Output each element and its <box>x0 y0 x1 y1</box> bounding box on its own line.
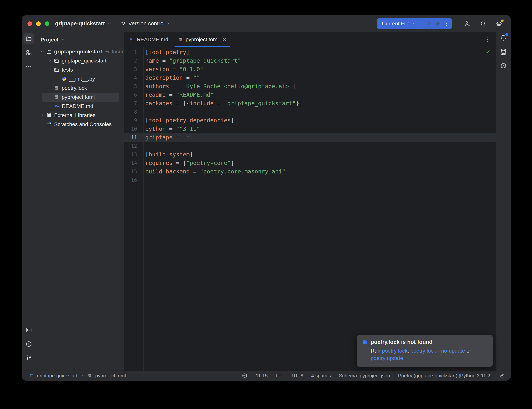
code-text: [tool.poetry] <box>144 49 190 56</box>
divider <box>421 21 422 27</box>
debug-icon[interactable] <box>435 21 441 27</box>
tree-item-external-libraries[interactable]: External Libraries <box>36 111 124 120</box>
tree-item-label: griptape_quickstart <box>62 58 107 64</box>
line-number: 7 <box>124 100 144 106</box>
run-configuration-widget[interactable]: Current File <box>377 18 452 29</box>
code-text: authors = ["Kyle Roche <hello@griptape.a… <box>144 83 296 90</box>
code-line-13[interactable]: 13[build-system] <box>124 150 496 159</box>
status-file-encoding[interactable]: UTF-8 <box>289 373 303 379</box>
traffic-lights <box>28 21 49 26</box>
code-line-4[interactable]: 4description = "" <box>124 74 496 82</box>
search-icon[interactable] <box>480 20 486 27</box>
code-line-9[interactable]: 9[tool.poetry.dependencies] <box>124 116 496 125</box>
toolwindow-ai-assistant-button[interactable] <box>498 61 509 71</box>
minimize-button[interactable] <box>36 21 41 26</box>
ide-window: griptape-quickstart Version control Curr… <box>22 15 511 381</box>
toolwindow-problems-button[interactable] <box>23 339 34 349</box>
code-line-5[interactable]: 5authors = ["Kyle Roche <hello@griptape.… <box>124 82 496 91</box>
tree-item-label: tests <box>62 67 73 73</box>
toolwindow-project-folder-button[interactable] <box>23 33 34 44</box>
svg-text:[T]: [T] <box>88 375 91 377</box>
chevron-right-icon[interactable] <box>46 58 53 63</box>
project-panel-header[interactable]: Project <box>36 32 124 47</box>
status-interpreter[interactable]: Poetry (griptape-quickstart) [Python 3.1… <box>398 373 492 379</box>
toolwindow-version-control-button[interactable] <box>23 353 34 363</box>
toml-file-icon: [T] <box>178 37 183 42</box>
code-line-8[interactable]: 8 <box>124 108 496 116</box>
tree-item-readme-md[interactable]: MREADME.md <box>36 102 124 111</box>
status-json-schema[interactable]: Schema: pyproject.json <box>339 373 390 379</box>
editor-lines: 1[tool.poetry]2name = "griptape-quicksta… <box>124 48 496 184</box>
tab-options-icon[interactable] <box>485 37 490 42</box>
status-widgets: 11:15LFUTF-84 spacesSchema: pyproject.js… <box>241 372 505 379</box>
code-line-3[interactable]: 3version = "0.1.0" <box>124 65 496 74</box>
code-line-11[interactable]: 11griptape = "*" <box>124 133 496 142</box>
line-number: 15 <box>124 168 144 174</box>
editor-tab-bar: MREADME.md[T]pyproject.toml <box>124 32 496 47</box>
code-line-10[interactable]: 10python = "^3.11" <box>124 125 496 133</box>
close-icon[interactable] <box>222 37 227 42</box>
chevron-down-icon[interactable] <box>39 49 46 54</box>
status-line-separator[interactable]: LF <box>276 373 281 379</box>
tree-item-scratches-and-consoles[interactable]: Scratches and Consoles <box>36 120 124 129</box>
toolwindow-database-button[interactable] <box>498 46 509 57</box>
markdown-icon: M <box>53 103 60 109</box>
code-line-14[interactable]: 14requires = ["poetry-core"] <box>124 159 496 167</box>
settings-button[interactable] <box>496 20 503 27</box>
vcs-widget[interactable]: Version control <box>120 20 172 27</box>
status-caret-position[interactable]: 11:15 <box>256 373 268 379</box>
link-poetry-lock[interactable]: poetry lock <box>382 348 407 354</box>
notification-body: Run poetry lock, poetry lock --no-update… <box>371 347 486 362</box>
line-number: 11 <box>124 134 144 140</box>
breadcrumb-item[interactable]: pyproject.toml <box>95 373 126 379</box>
breadcrumb-item[interactable]: griptape-quickstart <box>37 373 77 379</box>
status-indent[interactable]: 4 spaces <box>311 373 331 379</box>
chevron-right-icon[interactable] <box>39 113 46 118</box>
tree-item-griptape-quickstart[interactable]: griptape_quickstart <box>36 56 124 65</box>
tree-item-pyproject-toml[interactable]: [T]pyproject.toml <box>42 93 119 102</box>
tree-item-poetry-lock[interactable]: [T]poetry.lock <box>36 84 124 93</box>
code-line-6[interactable]: 6readme = "README.md" <box>124 91 496 99</box>
toolwindow-notifications-button[interactable] <box>498 33 509 43</box>
tree-item-tests[interactable]: tests <box>36 65 124 74</box>
code-line-15[interactable]: 15build-backend = "poetry.core.masonry.a… <box>124 167 496 176</box>
inspections-ok-icon[interactable] <box>485 49 490 54</box>
code-line-1[interactable]: 1[tool.poetry] <box>124 48 496 56</box>
chevron-down-icon <box>412 21 417 26</box>
unlock-icon <box>499 373 505 378</box>
line-number: 1 <box>124 49 144 55</box>
breadcrumb: griptape-quickstart[T]pyproject.toml <box>29 373 126 379</box>
libraries-icon <box>46 112 52 118</box>
editor-area: MREADME.md[T]pyproject.toml 1[tool.poetr… <box>124 32 496 371</box>
toolwindow-structure-button[interactable] <box>23 47 34 58</box>
code-with-me-icon[interactable] <box>464 20 471 27</box>
run-icon[interactable] <box>426 21 432 27</box>
code-line-12[interactable]: 12 <box>124 142 496 150</box>
link-poetry-update[interactable]: poetry update <box>371 355 403 361</box>
zoom-button[interactable] <box>45 21 49 26</box>
tab-readme-md[interactable]: MREADME.md <box>124 32 173 47</box>
code-line-2[interactable]: 2name = "griptape-quickstart" <box>124 56 496 65</box>
tab-pyproject-toml[interactable]: [T]pyproject.toml <box>173 32 232 47</box>
notification-badge <box>505 33 508 36</box>
chevron-right-icon <box>81 374 84 378</box>
toolwindow-more-tool-windows-button[interactable] <box>23 61 34 72</box>
close-button[interactable] <box>28 21 32 26</box>
svg-text:[T]: [T] <box>179 39 182 41</box>
module-icon <box>29 373 34 378</box>
code-line-16[interactable]: 16 <box>124 176 496 184</box>
tree-item-griptape-quickstart[interactable]: griptape-quickstart~/Docume <box>36 47 124 56</box>
settings-badge <box>501 19 504 22</box>
tree-item-init-py[interactable]: __init__.py <box>36 74 124 84</box>
chevron-down-icon[interactable] <box>46 67 53 72</box>
status-copilot-status[interactable] <box>241 372 248 379</box>
link-poetry-lock-no-update[interactable]: poetry lock --no-update <box>411 348 465 354</box>
project-switcher[interactable]: griptape-quickstart <box>55 20 112 27</box>
code-editor[interactable]: 1[tool.poetry]2name = "griptape-quicksta… <box>124 47 496 371</box>
more-actions-icon[interactable] <box>443 21 449 27</box>
code-line-7[interactable]: 7packages = [{include = "griptape_quicks… <box>124 99 496 108</box>
status-write-access[interactable] <box>499 373 505 378</box>
toolwindow-terminal-button[interactable] <box>23 325 34 335</box>
python-icon <box>61 76 67 82</box>
toml-file-icon: [T] <box>53 85 60 91</box>
